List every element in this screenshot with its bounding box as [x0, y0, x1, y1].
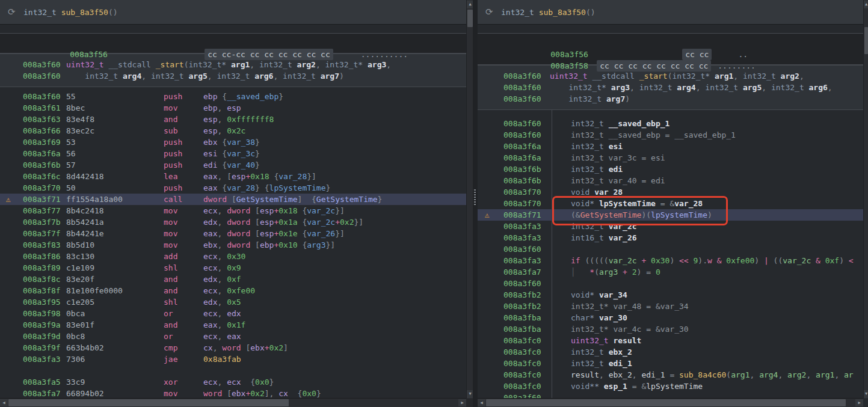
- hlil-row[interactable]: 008a3fa3int16_t var_26: [478, 232, 863, 243]
- hlil-row[interactable]: 008a3fa3int32_t var_2c: [478, 221, 863, 232]
- token: {: [288, 389, 302, 398]
- asm-row[interactable]: 008a3f89c1e109shlecx, 0x9: [0, 262, 466, 274]
- hlil-row[interactable]: 008a3f6bint32_t edi: [478, 164, 863, 175]
- hlil-row[interactable]: 008a3f6aint32_t esi: [478, 141, 863, 152]
- signature-row[interactable]: 008a3f60uint32_t __stdcall _start(int32_…: [478, 70, 863, 82]
- hlil-row[interactable]: ⚠008a3f71(&GetSystemTime)(lpSystemTime): [478, 209, 863, 221]
- signature-row[interactable]: 008a3f60uint32_t __stdcall _start(int32_…: [0, 59, 466, 70]
- asm-row[interactable]: ⚠008a3f71ff1554a18a00calldword [GetSyste…: [0, 194, 466, 205]
- asm-row[interactable]: 008a3f6b57pushedi {var_40}: [0, 159, 466, 171]
- asm-row[interactable]: 008a3f8f81e100fe0000andecx, 0xfe00: [0, 285, 466, 296]
- byte-row[interactable]: 008a3f56cc cc-cc cc cc cc cc cc cc......…: [0, 37, 466, 49]
- asm-row[interactable]: 008a3fa533c9xorecx, ecx {0x0}: [0, 376, 466, 388]
- hlil-row[interactable]: 008a3f60int32_t __saved_ebp = __saved_eb…: [478, 129, 863, 141]
- hlil-row[interactable]: 008a3fc0int32_t ebx_2: [478, 346, 863, 358]
- scroll-up-arrow[interactable]: ▲: [467, 1, 473, 8]
- vertical-scrollbar[interactable]: ▲ ▼: [863, 0, 868, 399]
- asm-row[interactable]: 008a3f9d0bc8orecx, eax: [0, 331, 466, 342]
- token: {: [217, 138, 227, 147]
- hlil-row[interactable]: 008a3f60: [478, 243, 863, 255]
- asm-row[interactable]: [0, 365, 466, 376]
- asm-row[interactable]: 008a3f618becmovebp, esp: [0, 102, 466, 114]
- asm-row[interactable]: 008a3f8c83e20fandedx, 0xf: [0, 274, 466, 285]
- signature-row[interactable]: 008a3f60 int32_t arg7): [478, 93, 863, 105]
- asm-row[interactable]: 008a3f6a56pushesi {var_3c}: [0, 148, 466, 159]
- horizontal-scroll-thumb[interactable]: [8, 399, 289, 406]
- asm-row[interactable]: 008a3fa766894b02movword [ebx+0x2], cx {0…: [0, 388, 466, 399]
- address: 008a3f63: [23, 114, 66, 125]
- scroll-down-arrow[interactable]: ▼: [467, 390, 473, 398]
- token: ,: [141, 72, 151, 81]
- token: }: [378, 195, 383, 204]
- hlil-row[interactable]: 008a3fbachar* var_30: [478, 312, 863, 323]
- hlil-row[interactable]: 008a3fc0void** esp_1 = &lpSystemTime: [478, 381, 863, 392]
- hlil-row[interactable]: 008a3fc0int32_t edi_1: [478, 358, 863, 369]
- scroll-left-arrow[interactable]: ◀: [0, 399, 8, 406]
- asm-row[interactable]: 008a3f838b5d10movebx, dword [ebp+0x10 {a…: [0, 239, 466, 251]
- scroll-right-arrow[interactable]: ▶: [458, 399, 466, 406]
- address: 008a3f9d: [23, 331, 66, 342]
- horizontal-scroll-thumb[interactable]: [486, 399, 846, 406]
- token: ((: [774, 256, 783, 265]
- hlil-row[interactable]: 008a3f6aint32_t var_3c = esi: [478, 152, 863, 164]
- asm-row[interactable]: 008a3f778b4c2418movecx, dword [esp+0x18 …: [0, 205, 466, 216]
- token: esp: [203, 115, 217, 124]
- scroll-right-arrow[interactable]: ▶: [855, 399, 863, 406]
- asm-row[interactable]: 008a3f6953pushebx {var_38}: [0, 136, 466, 148]
- token: var_2c: [783, 256, 811, 265]
- hlil-row[interactable]: 008a3fbaint32_t* var_4c = &var_30: [478, 323, 863, 335]
- hlil-row[interactable]: 008a3fc0result, ebx_2, edi_1 = sub_8a4c6…: [478, 369, 863, 381]
- signature-row[interactable]: 008a3f60 int32_t arg4, int32_t arg5, int…: [0, 70, 466, 82]
- hlil-row[interactable]: 008a3fa7│ *(arg3 + 2) = 0: [478, 266, 863, 278]
- asm-row[interactable]: 008a3f7050pusheax {var_28} {lpSystemTime…: [0, 182, 466, 194]
- opcode-bytes: 663b4b02: [66, 342, 164, 353]
- token: }]: [335, 229, 345, 238]
- hlil-row[interactable]: 008a3fb2int32_t* var_48 = &var_34: [478, 301, 863, 312]
- hlil-row[interactable]: 008a3fc0uint32_t result: [478, 335, 863, 346]
- vertical-scrollbar[interactable]: ▲ ▼: [466, 0, 473, 399]
- asm-row[interactable]: 008a3f8683c130addecx, 0x30: [0, 251, 466, 262]
- refresh-icon[interactable]: ⟳: [8, 7, 23, 17]
- asm-row[interactable]: 008a3fa37306jae0x8a3fab: [0, 353, 466, 365]
- asm-row[interactable]: 008a3f6683ec2csubesp, 0x2c: [0, 125, 466, 136]
- token: ]: [283, 343, 288, 352]
- scroll-up-arrow[interactable]: ▲: [864, 1, 868, 8]
- scroll-left-arrow[interactable]: ◀: [478, 399, 485, 406]
- asm-row[interactable]: 008a3f6055pushebp {__saved_ebp}: [0, 91, 466, 102]
- token: lpSystemTime: [651, 210, 707, 219]
- address: 008a3f69: [23, 136, 66, 148]
- asm-row[interactable]: 008a3f6383e4f8andesp, 0xfffffff8: [0, 114, 466, 125]
- address: 008a3f70: [503, 198, 571, 209]
- scroll-down-arrow[interactable]: ▼: [864, 390, 868, 398]
- token: int32_t: [501, 8, 539, 17]
- refresh-icon[interactable]: ⟳: [485, 7, 501, 17]
- asm-row[interactable]: 008a3f9a83e01fandeax, 0x1f: [0, 319, 466, 331]
- vertical-scroll-thumb[interactable]: [467, 10, 473, 27]
- token: ,: [217, 229, 227, 238]
- asm-row[interactable]: 008a3f95c1e205shledx, 0x5: [0, 296, 466, 308]
- hlil-row[interactable]: 008a3f60: [478, 278, 863, 289]
- asm-row[interactable]: 008a3f7f8b44241emoveax, dword [esp+0x1e …: [0, 228, 466, 239]
- token: arg1: [715, 72, 733, 81]
- mnemonic: push: [164, 136, 203, 148]
- asm-row[interactable]: 008a3f980bcaorecx, edx: [0, 308, 466, 319]
- opcode-bytes: 8b54241a: [66, 216, 164, 228]
- hlil-row[interactable]: 008a3f60int32_t __saved_ebp_1: [478, 118, 863, 129]
- hlil-row[interactable]: 008a3fa3if (((((var_2c + 0x30) << 9).w &…: [478, 255, 863, 266]
- hlil-row[interactable]: 008a3f70void var_28: [478, 186, 863, 198]
- hlil-row[interactable]: 008a3f6bint32_t var_40 = edi: [478, 175, 863, 186]
- byte-row[interactable]: 008a3f58cc cc cc cc cc cc cc cc........: [478, 49, 863, 60]
- vertical-scroll-thumb[interactable]: [864, 27, 868, 54]
- token: __stdcall: [592, 72, 639, 81]
- asm-row[interactable]: 008a3f9f663b4b02cmpcx, word [ebx+0x2]: [0, 342, 466, 353]
- hlil-row[interactable]: 008a3f70void* lpSystemTime = &var_28: [478, 198, 863, 209]
- signature-row[interactable]: 008a3f60 int32_t* arg3, int32_t arg4, in…: [478, 82, 863, 93]
- hlil-row[interactable]: 008a3fb2void* var_34: [478, 289, 863, 301]
- asm-row[interactable]: 008a3f6c8d442418leaeax, [esp+0x18 {var_2…: [0, 171, 466, 182]
- horizontal-scrollbar[interactable]: ◀ ▶: [0, 398, 466, 407]
- token: arg7: [321, 72, 339, 81]
- asm-row[interactable]: 008a3f7b8b54241amovedx, dword [esp+0x1a …: [0, 216, 466, 228]
- byte-row[interactable]: 008a3f56cc cc..: [478, 37, 863, 49]
- pane-splitter[interactable]: [473, 0, 478, 407]
- horizontal-scrollbar[interactable]: ◀ ▶: [478, 398, 863, 407]
